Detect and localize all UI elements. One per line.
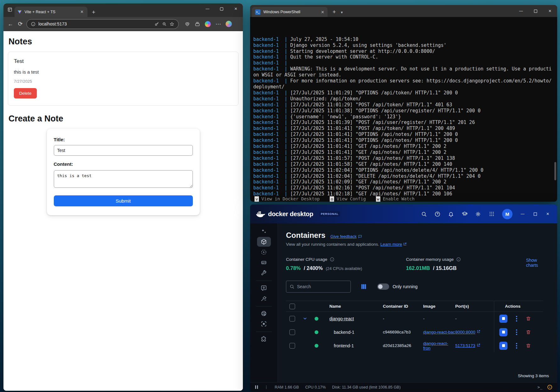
image-link[interactable]: django-react-fron xyxy=(423,341,455,350)
browser-close-button[interactable]: ✕ xyxy=(229,3,243,14)
search-input[interactable] xyxy=(297,284,341,289)
profile-avatar[interactable] xyxy=(226,21,232,27)
port-link[interactable]: 8000:8000 xyxy=(455,330,480,334)
collections-icon[interactable] xyxy=(195,21,200,27)
terminal-line: deployment/ xyxy=(253,84,554,90)
footer-menu-icon[interactable]: ⋮ xyxy=(264,385,268,389)
site-info-icon[interactable] xyxy=(31,22,36,26)
container-row[interactable]: backend-1c946698ca7b3django-react-bac800… xyxy=(286,325,543,339)
row-checkbox[interactable] xyxy=(289,316,295,322)
container-name-link[interactable]: frontend-1 xyxy=(334,343,354,348)
sidebar-item-kubernetes[interactable] xyxy=(257,319,271,329)
terminal-line: backend-1 | For more information on prod… xyxy=(253,78,554,84)
row-menu-button[interactable] xyxy=(513,316,520,322)
sidebar-item-images[interactable] xyxy=(257,247,271,257)
sidebar-item-docker-hub[interactable] xyxy=(257,309,271,318)
password-key-icon[interactable] xyxy=(154,22,159,26)
sidebar-item-builds[interactable] xyxy=(257,268,271,278)
new-tab-button[interactable]: + xyxy=(92,9,95,15)
row-menu-button[interactable] xyxy=(513,343,520,349)
zoom-icon[interactable] xyxy=(162,22,167,26)
terminal-close-button[interactable]: ✕ xyxy=(543,5,557,17)
terminal-minimize-button[interactable]: — xyxy=(514,5,528,17)
column-settings-icon[interactable] xyxy=(360,283,367,290)
containers-search[interactable] xyxy=(286,281,351,293)
favorite-star-icon[interactable] xyxy=(170,22,174,26)
cpu-note: (24 CPUs available) xyxy=(326,266,362,271)
submit-button[interactable]: Submit xyxy=(54,195,193,206)
container-name-link[interactable]: backend-1 xyxy=(334,330,354,335)
delete-container-button[interactable] xyxy=(526,343,531,348)
delete-note-button[interactable]: Delete xyxy=(14,88,37,98)
sidebar-item-dev-environments[interactable] xyxy=(257,294,271,303)
stop-button[interactable] xyxy=(499,342,507,350)
stop-button[interactable] xyxy=(499,315,507,323)
show-charts-link[interactable]: Show charts xyxy=(526,257,549,271)
info-icon[interactable] xyxy=(330,257,334,262)
terminal-scrollbar[interactable] xyxy=(554,162,556,180)
tab-close-icon[interactable]: ✕ xyxy=(79,9,85,14)
more-menu-icon[interactable]: ⋯ xyxy=(216,21,221,27)
title-input[interactable] xyxy=(54,145,193,156)
tab-actions-menu-icon[interactable] xyxy=(7,7,13,14)
sidebar-item-extensions[interactable] xyxy=(257,334,271,344)
notifications-bell-icon[interactable] xyxy=(444,208,458,220)
info-icon[interactable] xyxy=(456,257,461,262)
address-bar[interactable]: localhost:5173 xyxy=(26,19,179,29)
feedback-icon xyxy=(358,234,362,238)
browser-maximize-button[interactable] xyxy=(215,3,229,14)
back-icon[interactable]: ← xyxy=(7,21,14,27)
browser-tab[interactable]: Vite + React + TS ✕ xyxy=(14,7,87,17)
delete-container-button[interactable] xyxy=(526,316,531,321)
hotkey-view-in-docker[interactable]: vView in Docker Desktop xyxy=(255,196,320,202)
expand-chevron-icon[interactable] xyxy=(303,316,307,321)
only-running-toggle[interactable] xyxy=(377,283,389,290)
learning-center-icon[interactable] xyxy=(458,208,471,220)
docker-logo: docker desktop PERSONAL xyxy=(256,210,340,218)
help-icon[interactable] xyxy=(431,208,444,220)
give-feedback-link[interactable]: Give feedback xyxy=(330,234,362,239)
sidebar-item-volumes[interactable] xyxy=(257,258,271,267)
browser-minimize-button[interactable]: — xyxy=(200,3,215,14)
terminal-new-tab-button[interactable]: + xyxy=(333,9,336,15)
row-checkbox[interactable] xyxy=(289,329,295,335)
learn-more-link[interactable]: Learn more xyxy=(380,242,402,247)
refresh-icon[interactable]: ⟳ xyxy=(17,21,24,27)
user-avatar[interactable]: M xyxy=(502,209,512,219)
container-name-link[interactable]: django-react xyxy=(329,316,354,321)
container-row[interactable]: frontend-1d20d12385a26django-react-fron5… xyxy=(286,339,543,352)
terminal-maximize-button[interactable] xyxy=(528,5,543,17)
delete-container-button[interactable] xyxy=(526,329,531,335)
terminal-tab-close-icon[interactable]: ✕ xyxy=(321,10,324,14)
content-textarea[interactable]: this is a test xyxy=(54,170,193,188)
terminal-tab[interactable]: >_ Windows PowerShell ✕ xyxy=(252,7,328,17)
hotkey-view-config[interactable]: oView Config xyxy=(330,196,366,202)
port-link[interactable]: 5173:5173 xyxy=(455,343,480,348)
browser-essentials-icon[interactable] xyxy=(185,21,190,27)
settings-gear-icon[interactable] xyxy=(471,208,485,220)
select-all-checkbox[interactable] xyxy=(289,304,295,309)
container-row[interactable]: django-react--- xyxy=(286,312,543,325)
image-link[interactable]: django-react-bac xyxy=(423,330,455,334)
status-running-dot xyxy=(315,317,318,321)
pause-resources-icon[interactable] xyxy=(255,385,258,389)
apps-grid-icon[interactable] xyxy=(485,208,498,220)
stop-button[interactable] xyxy=(499,328,507,336)
search-icon[interactable] xyxy=(417,208,431,220)
status-indicator-icon[interactable] xyxy=(547,385,552,389)
containers-table-body: django-react---backend-1c946698ca7b3djan… xyxy=(286,312,543,352)
row-checkbox[interactable] xyxy=(289,343,295,349)
docker-minimize-button[interactable]: — xyxy=(516,208,529,220)
sidebar-item-gordon-ai[interactable] xyxy=(257,227,271,236)
row-menu-button[interactable] xyxy=(513,329,520,335)
docker-whale-icon xyxy=(256,210,265,217)
terminal-tab-dropdown-icon[interactable]: ▼ xyxy=(340,11,344,14)
sidebar-item-docker-scout[interactable] xyxy=(257,283,271,293)
docker-maximize-button[interactable] xyxy=(529,208,541,220)
copilot-icon[interactable] xyxy=(205,21,211,27)
terminal-toggle-icon[interactable]: >_ xyxy=(537,385,542,389)
docker-close-button[interactable]: ✕ xyxy=(541,208,554,220)
sidebar-item-containers[interactable] xyxy=(257,237,271,247)
cpu-used-value: 0.78% xyxy=(286,265,301,271)
hotkey-enable-watch[interactable]: wEnable Watch xyxy=(376,196,415,202)
